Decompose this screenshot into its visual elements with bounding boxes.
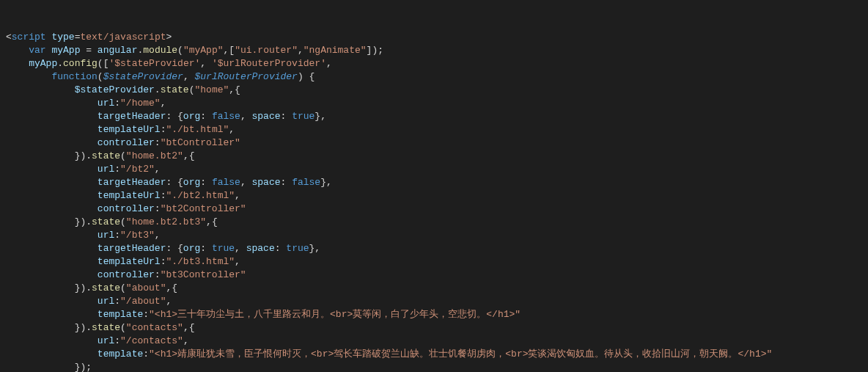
- contacts-template: "<h1>靖康耻犹未雪，臣子恨何时灭，<br>驾长车踏破贺兰山缺。壮士饥餐胡虏肉…: [149, 349, 772, 360]
- var-keyword: var: [29, 45, 45, 56]
- script-type-attr: text/javascript: [80, 32, 166, 43]
- function-keyword: function: [51, 71, 97, 82]
- code-editor[interactable]: <script type=text/javascript> var myApp …: [6, 31, 868, 372]
- about-template: "<h1>三十年功尘与土，八千里路云和月。<br>莫等闲，白了少年头，空悲切。<…: [149, 309, 521, 320]
